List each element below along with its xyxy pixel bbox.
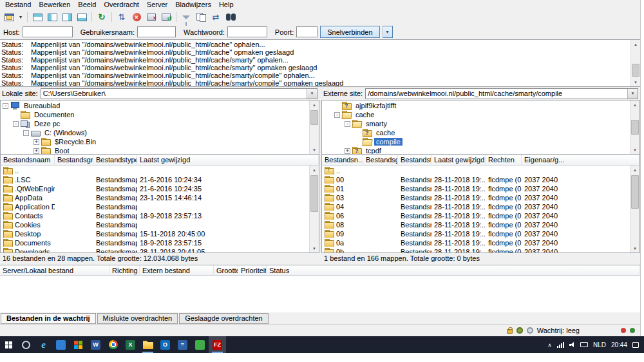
quickconnect-dropdown[interactable] xyxy=(383,26,393,38)
scroll-track[interactable] xyxy=(310,109,319,146)
menu-bestand[interactable]: Bestand xyxy=(1,0,35,10)
taskbar-outlook[interactable]: O xyxy=(156,336,174,353)
column-header-name[interactable]: Bestandsnaam xyxy=(1,155,55,165)
taskbar-ms-apps[interactable] xyxy=(70,336,87,353)
file-row[interactable]: 0aBestandsm...28-11-2018 19:...flcdmpe (… xyxy=(322,238,639,247)
taskbar-calculator[interactable]: = xyxy=(174,336,191,353)
tab-failed-transfers[interactable]: Mislukte overdrachten xyxy=(97,313,178,324)
scroll-down-button[interactable] xyxy=(630,146,639,154)
clock-icon[interactable] xyxy=(527,327,533,334)
toggle-remote-tree-button[interactable] xyxy=(60,11,74,24)
lock-icon[interactable] xyxy=(507,329,513,334)
menu-bewerken[interactable]: Bewerken xyxy=(35,0,74,10)
tab-successful-transfers[interactable]: Geslaagde overdrachten xyxy=(179,313,268,324)
tree-item[interactable]: Documenten xyxy=(1,110,319,119)
tab-queued-files[interactable]: Bestanden in de wachtrij xyxy=(1,313,96,324)
column-header-permissions[interactable]: Rechten xyxy=(486,155,522,165)
column-header-type[interactable]: Bestandstype xyxy=(93,155,137,165)
queue-list[interactable] xyxy=(0,276,640,312)
file-row[interactable]: .. xyxy=(1,166,319,175)
scroll-up-button[interactable] xyxy=(630,166,639,174)
expander-icon[interactable]: - xyxy=(334,112,340,118)
synchronized-browsing-button[interactable] xyxy=(209,11,223,24)
clock[interactable]: 20:44 xyxy=(611,341,627,348)
file-row[interactable]: .. xyxy=(322,166,639,175)
scroll-down-button[interactable] xyxy=(310,146,319,154)
file-row[interactable]: 0bBestandsm...28-11-2018 19:...flcdmpe (… xyxy=(322,247,639,253)
tree-item[interactable]: -C: (Windows) xyxy=(1,128,319,137)
remote-files-scrollbar[interactable] xyxy=(630,166,639,252)
menu-help[interactable]: Help xyxy=(215,0,238,10)
keyboard-icon[interactable] xyxy=(580,342,588,347)
tree-item[interactable]: -cache xyxy=(322,110,639,119)
local-path-combo[interactable]: C:\Users\Gebruiker\ xyxy=(41,88,317,99)
menu-overdracht[interactable]: Overdracht xyxy=(100,0,142,10)
column-header-name[interactable]: Bestandsn... xyxy=(322,155,363,165)
file-row[interactable]: Application DataBestandsmap xyxy=(1,202,319,211)
host-input[interactable] xyxy=(23,26,73,37)
column-header-priority[interactable]: Prioriteit xyxy=(238,265,267,276)
column-header-type[interactable]: Bestandsty... xyxy=(398,155,431,165)
scroll-down-button[interactable] xyxy=(631,78,640,86)
taskbar-excel[interactable]: X xyxy=(122,336,139,353)
port-input[interactable] xyxy=(296,26,317,37)
notification-center-icon[interactable] xyxy=(632,342,639,348)
expander-icon[interactable]: - xyxy=(23,130,29,136)
file-row[interactable]: CookiesBestandsmap xyxy=(1,220,319,229)
network-icon[interactable] xyxy=(557,342,564,348)
chevron-down-icon[interactable] xyxy=(627,89,638,99)
cancel-button[interactable] xyxy=(129,11,144,24)
column-header-size[interactable]: Bestandsg... xyxy=(363,155,398,165)
scroll-up-button[interactable] xyxy=(630,100,639,109)
scroll-thumb[interactable] xyxy=(632,64,639,77)
start-button[interactable] xyxy=(0,336,17,353)
volume-icon[interactable] xyxy=(569,342,575,348)
scroll-thumb[interactable] xyxy=(310,175,318,212)
column-header-status[interactable]: Status xyxy=(267,265,640,276)
disconnect-button[interactable] xyxy=(144,11,158,24)
scroll-thumb[interactable] xyxy=(631,120,639,135)
site-manager-dropdown[interactable] xyxy=(17,11,24,24)
tree-item[interactable]: +Boot xyxy=(1,146,319,155)
filter-button[interactable] xyxy=(179,11,193,24)
file-row[interactable]: 06Bestandsm...28-11-2018 19:...flcdmpe (… xyxy=(322,211,639,220)
file-row[interactable]: DesktopBestandsmap15-11-2018 20:45:00 xyxy=(1,229,319,238)
remote-tree-scrollbar[interactable] xyxy=(630,100,639,154)
tree-item[interactable]: -smarty xyxy=(322,119,639,128)
toggle-queue-button[interactable] xyxy=(75,11,89,24)
taskbar-word[interactable]: W xyxy=(87,336,104,353)
expander-icon[interactable]: - xyxy=(345,121,350,127)
tray-chevron-icon[interactable] xyxy=(547,341,552,348)
scroll-thumb[interactable] xyxy=(310,110,318,125)
chevron-down-icon[interactable] xyxy=(307,89,317,99)
taskbar-chrome[interactable] xyxy=(104,336,122,353)
column-header-direction[interactable]: Richting xyxy=(109,265,140,276)
column-header-modified[interactable]: Laatst gewijzigd xyxy=(431,155,486,165)
toggle-local-tree-button[interactable] xyxy=(45,11,59,24)
column-header-size[interactable]: Bestandsgr... xyxy=(55,155,93,165)
menu-bladwijzers[interactable]: Bladwijzers xyxy=(171,0,215,10)
scroll-thumb[interactable] xyxy=(631,175,639,209)
language-indicator[interactable]: NLD xyxy=(593,341,606,348)
scroll-up-button[interactable] xyxy=(631,40,640,48)
tree-item[interactable]: ajpif9kzfajtlfft xyxy=(322,101,639,110)
file-row[interactable]: ContactsBestandsmap18-9-2018 23:57:13 xyxy=(1,211,319,220)
file-row[interactable]: 08Bestandsm...28-11-2018 19:...flcdmpe (… xyxy=(322,220,639,229)
compare-directories-button[interactable] xyxy=(194,11,208,24)
scroll-down-button[interactable] xyxy=(630,244,639,252)
scroll-track[interactable] xyxy=(630,174,639,244)
process-queue-button[interactable] xyxy=(115,11,129,24)
scroll-down-button[interactable] xyxy=(310,244,319,252)
scroll-track[interactable] xyxy=(310,174,319,244)
file-row[interactable]: 01Bestandsm...28-11-2018 19:...flcdmpe (… xyxy=(322,184,639,193)
expander-icon[interactable]: + xyxy=(33,139,39,145)
taskbar-file-explorer[interactable] xyxy=(139,336,156,353)
column-header-remote-file[interactable]: Extern bestand xyxy=(140,265,214,276)
expander-icon[interactable]: - xyxy=(3,103,8,109)
file-row[interactable]: .QtWebEnginePr...Bestandsmap21-6-2016 10… xyxy=(1,184,319,193)
expander-icon[interactable]: + xyxy=(345,148,350,154)
tree-item[interactable]: +tcpdf xyxy=(322,146,639,155)
scroll-up-button[interactable] xyxy=(310,100,319,109)
local-files-scrollbar[interactable] xyxy=(309,166,319,252)
taskbar-app-blue[interactable] xyxy=(52,336,70,353)
